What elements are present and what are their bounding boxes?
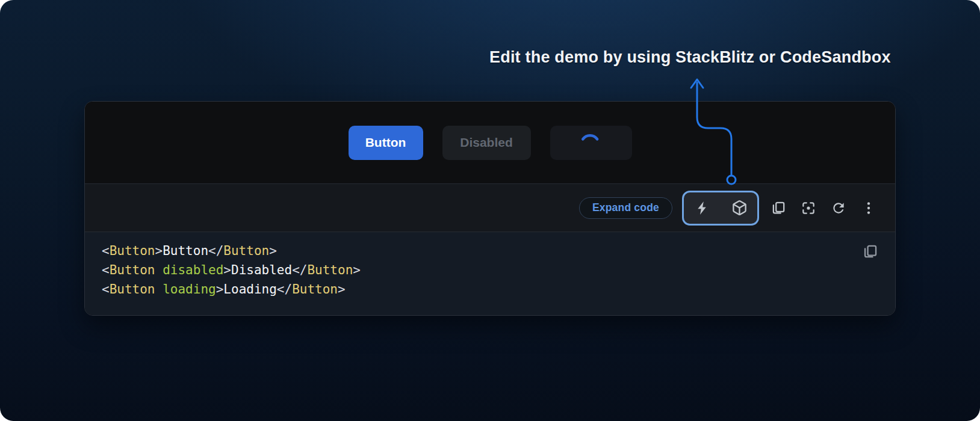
copy-icon — [771, 200, 786, 216]
copy-icon — [862, 244, 878, 260]
code-line: <Button disabled>Disabled</Button> — [102, 260, 853, 280]
code-line: <Button loading>Loading</Button> — [102, 280, 853, 299]
demo-card: Button Disabled Expand code — [84, 101, 896, 316]
refresh-demo-button[interactable] — [828, 196, 849, 220]
page-background: Edit the demo by using StackBlitz or Cod… — [0, 0, 980, 421]
stackblitz-button[interactable] — [691, 196, 713, 220]
primary-button[interactable]: Button — [349, 126, 423, 160]
more-actions-button[interactable] — [858, 196, 879, 220]
more-menu-icon — [861, 200, 876, 216]
stackblitz-lightning-icon — [694, 200, 710, 216]
loading-button[interactable] — [550, 126, 632, 160]
demo-toolbar: Expand code — [85, 183, 895, 232]
expand-code-button[interactable]: Expand code — [579, 197, 672, 219]
isolate-demo-button[interactable] — [798, 196, 819, 220]
copy-snippet-button[interactable] — [860, 242, 879, 261]
edit-sandbox-icon-group — [682, 191, 759, 226]
codesandbox-button[interactable] — [728, 196, 750, 220]
disabled-button[interactable]: Disabled — [442, 126, 531, 160]
loading-spinner-icon — [554, 126, 628, 160]
code-block: <Button>Button</Button><Button disabled>… — [85, 232, 895, 315]
arrow-head-icon — [691, 79, 703, 88]
scan-icon — [801, 200, 816, 216]
code-line: <Button>Button</Button> — [102, 241, 853, 260]
demo-preview: Button Disabled — [85, 102, 895, 183]
code-lines: <Button>Button</Button><Button disabled>… — [102, 241, 853, 299]
refresh-icon — [831, 200, 846, 216]
codesandbox-box-icon — [731, 200, 748, 216]
annotation-text: Edit the demo by using StackBlitz or Cod… — [489, 48, 899, 67]
copy-code-button[interactable] — [768, 196, 789, 220]
